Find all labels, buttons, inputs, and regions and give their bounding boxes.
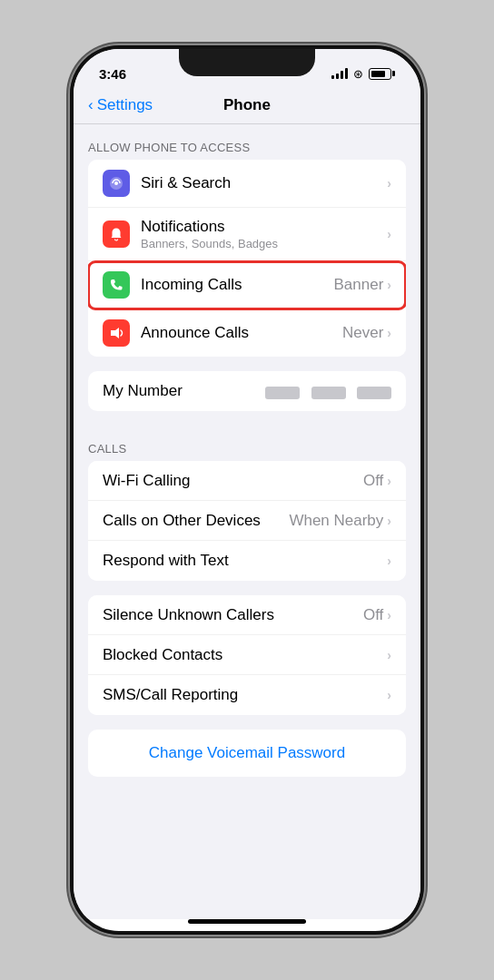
respond-text-content: Respond with Text xyxy=(103,552,387,570)
chevron-icon: › xyxy=(387,688,391,702)
chevron-icon: › xyxy=(387,227,391,241)
sms-call-reporting-row[interactable]: SMS/Call Reporting › xyxy=(88,675,406,715)
sms-call-right: › xyxy=(387,688,391,702)
chevron-left-icon: ‹ xyxy=(88,96,94,114)
chevron-icon: › xyxy=(387,278,391,292)
bottom-group: Silence Unknown Callers Off › Blocked Co… xyxy=(88,595,406,715)
calls-other-devices-title: Calls on Other Devices xyxy=(103,512,289,530)
wifi-calling-content: Wi-Fi Calling xyxy=(103,472,363,490)
my-number-group: My Number xyxy=(88,371,406,411)
siri-icon xyxy=(103,170,130,197)
chevron-icon: › xyxy=(387,514,391,528)
announce-calls-icon xyxy=(103,319,130,347)
notifications-row[interactable]: Notifications Banners, Sounds, Badges › xyxy=(88,208,406,261)
change-voicemail-label: Change Voicemail Password xyxy=(149,744,345,762)
blocked-contacts-right: › xyxy=(387,648,391,662)
notifications-subtitle: Banners, Sounds, Badges xyxy=(141,237,387,250)
back-button[interactable]: ‹ Settings xyxy=(88,96,153,114)
wifi-calling-row[interactable]: Wi-Fi Calling Off › xyxy=(88,461,406,501)
notifications-title: Notifications xyxy=(141,218,387,236)
my-number-right xyxy=(265,383,391,398)
respond-text-row[interactable]: Respond with Text › xyxy=(88,541,406,581)
chevron-icon: › xyxy=(387,554,391,568)
chevron-icon: › xyxy=(387,326,391,340)
notifications-icon xyxy=(103,220,130,248)
calls-header: CALLS xyxy=(74,426,420,461)
calls-other-devices-row[interactable]: Calls on Other Devices When Nearby › xyxy=(88,501,406,541)
announce-calls-row[interactable]: Announce Calls Never › xyxy=(88,309,406,357)
chevron-icon: › xyxy=(387,608,391,622)
my-number-content: My Number xyxy=(103,382,265,400)
incoming-calls-content: Incoming Calls xyxy=(141,276,334,294)
notch xyxy=(179,49,315,76)
allow-access-header: ALLOW PHONE TO ACCESS xyxy=(74,124,420,160)
chevron-icon: › xyxy=(387,648,391,662)
phone-frame: 3:46 ⊛ ‹ Settings Phone xyxy=(70,45,424,935)
siri-search-title: Siri & Search xyxy=(141,174,387,192)
incoming-calls-value: Banner xyxy=(334,276,384,294)
calls-other-devices-value: When Nearby xyxy=(289,512,383,530)
silence-unknown-row[interactable]: Silence Unknown Callers Off › xyxy=(88,595,406,635)
phone-inner: 3:46 ⊛ ‹ Settings Phone xyxy=(74,49,420,931)
blocked-contacts-row[interactable]: Blocked Contacts › xyxy=(88,635,406,675)
incoming-calls-icon xyxy=(103,271,130,299)
respond-text-right: › xyxy=(387,554,391,568)
blocked-contacts-content: Blocked Contacts xyxy=(103,646,387,664)
incoming-calls-right: Banner › xyxy=(334,276,392,294)
my-number-title: My Number xyxy=(103,382,265,400)
notifications-content: Notifications Banners, Sounds, Badges xyxy=(141,218,387,250)
allow-access-group: Siri & Search › Notificati xyxy=(88,160,406,357)
incoming-calls-row[interactable]: Incoming Calls Banner › xyxy=(88,261,406,309)
wifi-calling-title: Wi-Fi Calling xyxy=(103,472,363,490)
signal-icon xyxy=(331,68,348,79)
siri-search-right: › xyxy=(387,176,391,191)
silence-unknown-content: Silence Unknown Callers xyxy=(103,606,363,624)
navigation-bar: ‹ Settings Phone xyxy=(74,89,420,124)
silence-unknown-title: Silence Unknown Callers xyxy=(103,606,363,624)
calls-group: Wi-Fi Calling Off › Calls on Other Devic… xyxy=(88,461,406,581)
voicemail-group: Change Voicemail Password xyxy=(88,730,406,777)
siri-search-content: Siri & Search xyxy=(141,174,387,192)
notifications-right: › xyxy=(387,227,391,241)
chevron-icon: › xyxy=(387,474,391,488)
announce-calls-content: Announce Calls xyxy=(141,324,342,342)
home-indicator xyxy=(188,919,306,924)
svg-point-1 xyxy=(114,181,118,185)
wifi-calling-right: Off › xyxy=(363,472,391,490)
my-number-row[interactable]: My Number xyxy=(88,371,406,411)
sms-call-content: SMS/Call Reporting xyxy=(103,686,387,704)
calls-other-devices-content: Calls on Other Devices xyxy=(103,512,289,530)
chevron-icon: › xyxy=(387,176,391,191)
announce-calls-title: Announce Calls xyxy=(141,324,342,342)
wifi-calling-value: Off xyxy=(363,472,383,490)
page-title: Phone xyxy=(223,96,271,114)
wifi-icon: ⊛ xyxy=(353,67,363,81)
status-icons: ⊛ xyxy=(331,67,395,81)
battery-icon xyxy=(369,68,395,80)
back-label: Settings xyxy=(97,96,153,114)
incoming-calls-title: Incoming Calls xyxy=(141,276,334,294)
my-number-blur xyxy=(265,383,391,398)
siri-search-row[interactable]: Siri & Search › xyxy=(88,160,406,208)
settings-content: ALLOW PHONE TO ACCESS Siri & Search xyxy=(74,124,420,919)
change-voicemail-row[interactable]: Change Voicemail Password xyxy=(88,730,406,777)
announce-calls-value: Never xyxy=(342,324,383,342)
respond-text-title: Respond with Text xyxy=(103,552,387,570)
calls-other-devices-right: When Nearby › xyxy=(289,512,391,530)
silence-unknown-value: Off xyxy=(363,606,383,624)
announce-calls-right: Never › xyxy=(342,324,391,342)
svg-marker-2 xyxy=(111,328,119,338)
silence-unknown-right: Off › xyxy=(363,606,391,624)
blocked-contacts-title: Blocked Contacts xyxy=(103,646,387,664)
status-time: 3:46 xyxy=(99,66,126,82)
sms-call-title: SMS/Call Reporting xyxy=(103,686,387,704)
